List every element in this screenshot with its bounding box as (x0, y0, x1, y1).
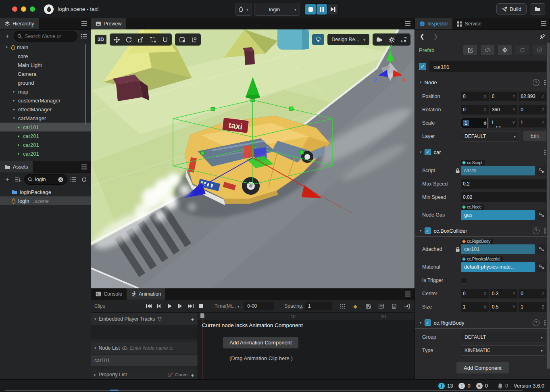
history-back-button[interactable]: ❮ (420, 33, 425, 40)
inspector-menu-icon[interactable] (541, 23, 546, 24)
kebab-menu-icon[interactable] (544, 80, 546, 85)
size-z-input[interactable]: 1Z (519, 302, 546, 312)
history-forward-button[interactable]: ❯ (433, 33, 438, 40)
stop-button[interactable] (305, 4, 316, 15)
hierarchy-scrollbar[interactable] (85, 44, 86, 125)
node-list-item-car101[interactable]: car101 (91, 355, 198, 366)
next-frame-button[interactable] (176, 302, 185, 310)
assets-search-input[interactable]: login (24, 174, 67, 185)
orientation-gizmo[interactable]: Y Z X (374, 45, 406, 83)
create-asset-button[interactable]: + (3, 175, 11, 183)
warning-messages[interactable]: ! 0 (458, 383, 470, 389)
section-box-collider[interactable]: ▾ ✓ cc.BoxCollider ? (415, 225, 550, 237)
jump-last-frame-button[interactable] (186, 302, 195, 310)
tab-preview[interactable]: Preview (91, 18, 126, 29)
rotation-z-input[interactable]: 0Z (519, 105, 546, 115)
tree-node[interactable]: ▸customerManager (0, 96, 91, 105)
prefab-locate-button[interactable] (498, 45, 512, 55)
size-x-input[interactable]: 1X (461, 302, 489, 312)
help-icon[interactable]: ? (533, 79, 540, 86)
is-trigger-checkbox[interactable] (461, 277, 467, 284)
tree-node-car101-selected[interactable]: ▸car101 (0, 123, 91, 131)
add-component-button[interactable]: Add Component (456, 362, 509, 373)
render-mode-dropdown[interactable]: Design Re... ▾ (327, 34, 369, 45)
play-button[interactable] (165, 302, 174, 310)
open-project-folder-button[interactable] (530, 3, 545, 15)
center-y-input[interactable]: 0.3Y (490, 289, 518, 298)
keyframe-diamond-icon[interactable]: ◆ (351, 302, 360, 310)
material-reference-field[interactable]: default-physics-mate... (461, 262, 535, 272)
close-window-button[interactable] (12, 6, 17, 12)
layer-dropdown[interactable]: DEFAULT▾ (461, 131, 519, 142)
asset-scene-login[interactable]: login .scene (0, 196, 91, 205)
group-dropdown[interactable]: DEFAULT▾ (461, 332, 546, 342)
help-icon[interactable]: ? (533, 319, 540, 326)
position-y-input[interactable]: 0Y (490, 92, 518, 101)
tree-node-main[interactable]: ▾ main (0, 43, 91, 52)
attached-reference-field[interactable]: car101 (461, 244, 535, 254)
tab-service[interactable]: Service (452, 18, 486, 29)
prefab-edit-button[interactable] (463, 45, 477, 55)
rect-tool-icon[interactable] (147, 35, 158, 44)
position-x-input[interactable]: 0X (461, 92, 489, 101)
animation-timeline[interactable]: 0 10 20 Current node lacks Animation Com… (198, 313, 415, 379)
lighting-toggle-button[interactable] (312, 34, 324, 45)
save-clip-icon[interactable] (364, 302, 373, 310)
assets-menu-icon[interactable] (81, 167, 87, 167)
kebab-menu-icon[interactable] (544, 150, 546, 155)
script-picker-button[interactable] (537, 166, 546, 175)
clip-list-icon[interactable] (377, 302, 385, 310)
move-tool-icon[interactable] (111, 35, 122, 44)
build-button[interactable]: Build (496, 3, 527, 15)
transform-gizmo-icon[interactable] (159, 35, 171, 44)
spacing-input[interactable]: 1 (305, 302, 332, 310)
property-list-header[interactable]: ▸ Property List Curve + (91, 369, 198, 380)
rotation-x-input[interactable]: 0X (461, 105, 489, 115)
scale-x-input-focused[interactable]: 1 (461, 118, 488, 128)
tab-inspector[interactable]: Inspector (415, 18, 452, 29)
tree-node[interactable]: ▸car201 (0, 149, 91, 158)
prefab-unlink-button[interactable] (481, 45, 494, 55)
exit-animation-mode-icon[interactable] (402, 302, 411, 310)
scale-z-input[interactable]: 1Z (519, 118, 546, 127)
tab-hierarchy[interactable]: Hierarchy (0, 18, 39, 29)
projection-3d-button[interactable]: 3D (95, 35, 106, 44)
info-messages[interactable]: i 13 (438, 383, 453, 389)
time-unit-dropdown[interactable]: Time(Mi... ▾ (215, 303, 240, 309)
add-property-button[interactable]: + (191, 371, 194, 378)
hierarchy-search-input[interactable]: Search Name or (14, 31, 77, 42)
size-y-input[interactable]: 0.5Y (490, 302, 518, 312)
component-enabled-checkbox[interactable]: ✓ (425, 227, 431, 234)
kebab-menu-icon[interactable] (544, 228, 546, 234)
tree-node[interactable]: ▸car201 (0, 140, 91, 149)
tab-animation[interactable]: Animation (127, 288, 166, 300)
prev-frame-button[interactable] (155, 302, 164, 310)
help-icon[interactable]: ? (533, 227, 540, 234)
node-active-checkbox[interactable]: ✓ (419, 63, 426, 70)
tree-node[interactable]: ground (0, 78, 91, 87)
section-node[interactable]: ▾ Node ? (415, 77, 550, 88)
step-button[interactable] (328, 4, 338, 15)
asset-folder-loginPackage[interactable]: loginPackage (0, 188, 91, 196)
script-reference-field[interactable]: car.ts (461, 166, 535, 175)
frame-grid-icon[interactable] (338, 302, 347, 310)
node-name-filter-input[interactable]: Enter Node name tc (130, 345, 194, 351)
tab-console[interactable]: Console (91, 288, 127, 300)
rotation-y-input[interactable]: 360Y (490, 105, 518, 115)
section-rigid-body[interactable]: ▾ ✓ cc.RigidBody ? (415, 317, 550, 329)
tree-node[interactable]: Main Light (0, 60, 91, 69)
prefab-revert-button[interactable] (515, 45, 529, 55)
rotate-tool-icon[interactable] (123, 35, 134, 44)
sort-assets-icon[interactable] (14, 175, 22, 183)
preview-menu-icon[interactable] (405, 23, 410, 24)
node-gas-reference-field[interactable]: gas (461, 210, 535, 220)
scale-y-input[interactable]: 1Y (489, 118, 517, 127)
center-x-input[interactable]: 0X (461, 289, 489, 298)
camera-settings-icon[interactable] (374, 35, 385, 44)
center-z-input[interactable]: 0Z (519, 289, 546, 298)
tab-assets[interactable]: Assets (0, 161, 33, 173)
add-animation-component-button[interactable]: Add Animation Component (223, 337, 298, 348)
material-picker-button[interactable] (537, 262, 546, 272)
stop-button[interactable] (197, 302, 206, 310)
node-gas-picker-button[interactable] (537, 210, 546, 220)
